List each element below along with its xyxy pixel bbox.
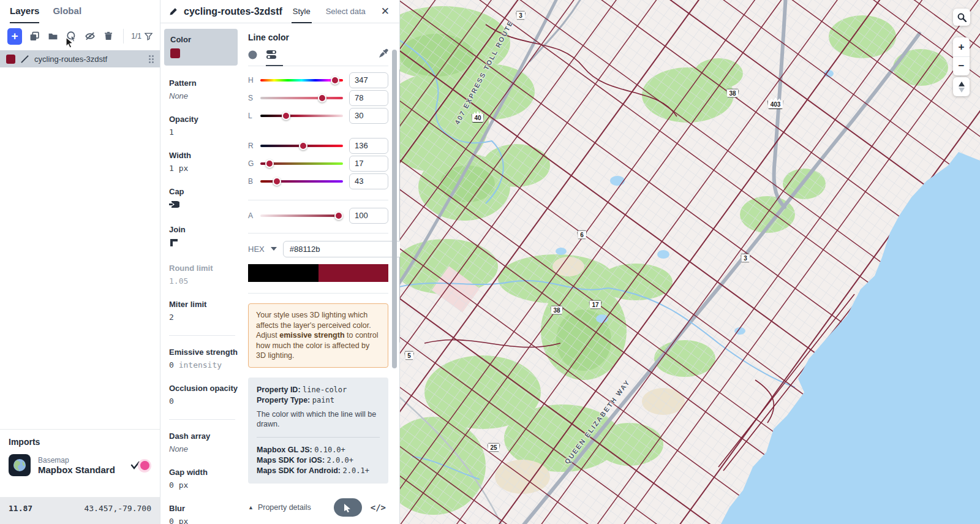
property-blur[interactable]: Blur 0 px [169, 503, 244, 524]
property-description: The color with which the line will be dr… [257, 409, 380, 430]
chevron-down-icon [271, 247, 277, 251]
panel-title: cycling-routes-3zdstf [184, 6, 286, 17]
color-compare-bar [248, 264, 388, 282]
layer-counter: 1/1 [131, 32, 153, 40]
property-occlusion-opacity[interactable]: Occlusion opacity 0 [169, 383, 244, 406]
line-join-icon [169, 238, 178, 247]
import-kind: Basemap [38, 456, 123, 465]
close-panel-icon[interactable]: ✕ [380, 5, 391, 18]
map-coordinates: 43.457,-79.700 [84, 504, 151, 513]
map-compass-button[interactable] [953, 77, 970, 96]
sidebar-tabs: Layers Global [0, 0, 160, 23]
blue-slider[interactable] [260, 180, 343, 183]
tab-layers[interactable]: Layers [10, 6, 39, 23]
layers-toolbar: + 1/1 [0, 25, 160, 48]
compass-south-icon [959, 88, 965, 93]
basemap-toggle[interactable] [130, 457, 151, 473]
layer-color-swatch [6, 55, 15, 64]
map-statusbar: 11.87 43.457,-79.700 [0, 497, 160, 524]
hue-input[interactable] [349, 72, 388, 88]
imports-heading: Imports [9, 437, 151, 447]
property-emissive-strength[interactable]: Emissive strength 0 intensity [169, 347, 244, 370]
hue-slider[interactable] [260, 79, 343, 82]
lighting-warning: Your style uses 3D lighting which affect… [248, 303, 388, 368]
property-cap[interactable]: Cap [169, 186, 244, 211]
hex-input[interactable] [283, 241, 404, 257]
imports-section: Imports Basemap Mapbox Standard [0, 429, 160, 476]
interaction-mode-button[interactable] [334, 498, 362, 517]
property-pattern[interactable]: Pattern None [169, 78, 244, 101]
drag-handle-icon[interactable] [149, 55, 154, 63]
red-input[interactable] [349, 138, 388, 154]
add-layer-button[interactable]: + [7, 28, 22, 45]
zoom-out-button[interactable]: − [953, 56, 970, 75]
red-slider-handle[interactable] [299, 142, 307, 150]
compass-north-icon [959, 82, 965, 86]
blue-input[interactable] [349, 173, 388, 189]
hue-slider-handle[interactable] [331, 76, 339, 85]
layer-name: cycling-routes-3zdstf [34, 55, 143, 64]
property-list: Color Pattern None Opacity 1 Width 1 px … [160, 24, 244, 524]
saturation-input[interactable] [349, 90, 388, 106]
previous-color-swatch [248, 264, 318, 282]
property-join[interactable]: Join [169, 224, 244, 249]
saturation-slider[interactable] [260, 97, 343, 99]
code-icon[interactable]: </> [371, 503, 386, 512]
tab-select-data[interactable]: Select data [325, 0, 367, 23]
property-gap-width[interactable]: Gap width 0 px [169, 467, 244, 490]
alpha-slider[interactable] [260, 215, 343, 217]
basemap-import-row[interactable]: Basemap Mapbox Standard [9, 454, 151, 476]
line-layer-type-icon [21, 55, 29, 63]
map-canvas[interactable]: 33840340631738525407 EXPRESS TOLL ROUTEQ… [400, 0, 980, 524]
lightness-slider[interactable] [260, 115, 343, 117]
layer-editor-panel: cycling-routes-3zdstf Style Select data … [160, 0, 400, 524]
zoom-level: 11.87 [9, 504, 32, 513]
component-sliders-mode-icon[interactable] [266, 49, 277, 60]
group-folder-icon[interactable] [48, 30, 59, 42]
layers-sidebar: Layers Global + 1/1 cycling-routes-3zdst… [0, 0, 160, 524]
current-color-swatch [318, 264, 389, 282]
toolbar-divider [123, 29, 124, 44]
zoom-in-button[interactable]: + [953, 37, 970, 56]
property-dash-array[interactable]: Dash array None [169, 431, 244, 454]
red-slider[interactable] [260, 145, 343, 147]
map-search-button[interactable] [953, 9, 970, 26]
cursor-icon [344, 503, 352, 512]
saturation-slider-handle[interactable] [318, 94, 326, 102]
property-width[interactable]: Width 1 px [169, 150, 244, 173]
search-icon [957, 13, 967, 22]
tab-style[interactable]: Style [292, 0, 312, 23]
eyedropper-icon[interactable] [379, 48, 388, 61]
property-opacity[interactable]: Opacity 1 [169, 114, 244, 137]
alpha-input[interactable] [349, 208, 388, 224]
hide-layer-icon[interactable] [85, 30, 96, 42]
import-name: Mapbox Standard [38, 465, 123, 475]
property-color[interactable]: Color [164, 29, 238, 66]
green-slider[interactable] [260, 162, 343, 165]
lightness-slider-handle[interactable] [282, 112, 290, 120]
property-details-box: Property ID: line-color Property Type: p… [248, 378, 388, 484]
select-layer-icon[interactable] [66, 30, 77, 42]
blue-slider-handle[interactable] [273, 177, 281, 186]
duplicate-layer-icon[interactable] [29, 30, 40, 42]
filter-icon[interactable] [145, 32, 153, 40]
green-slider-handle[interactable] [265, 159, 274, 168]
lightness-input[interactable] [349, 108, 388, 124]
property-miter-limit[interactable]: Miter limit 2 [169, 299, 244, 322]
property-round-limit[interactable]: Round limit 1.05 [169, 263, 244, 286]
solid-color-mode-icon[interactable] [248, 49, 257, 60]
green-input[interactable] [349, 156, 388, 172]
map-zoom-control: + − [953, 37, 970, 75]
line-cap-icon [169, 200, 179, 208]
delete-layer-icon[interactable] [103, 30, 114, 42]
edit-pencil-icon [169, 7, 178, 16]
layer-item-cycling-routes[interactable]: cycling-routes-3zdstf [0, 50, 160, 67]
globe-icon [9, 454, 31, 476]
line-color-editor: Line color H S L [248, 24, 388, 524]
alpha-slider-handle[interactable] [334, 211, 343, 220]
color-format-select[interactable]: HEX [248, 245, 277, 254]
tab-global[interactable]: Global [53, 6, 81, 23]
editor-scrollbar[interactable] [392, 50, 397, 368]
property-details-toggle[interactable]: ▲ Property details [248, 503, 311, 512]
editor-heading: Line color [248, 32, 388, 42]
